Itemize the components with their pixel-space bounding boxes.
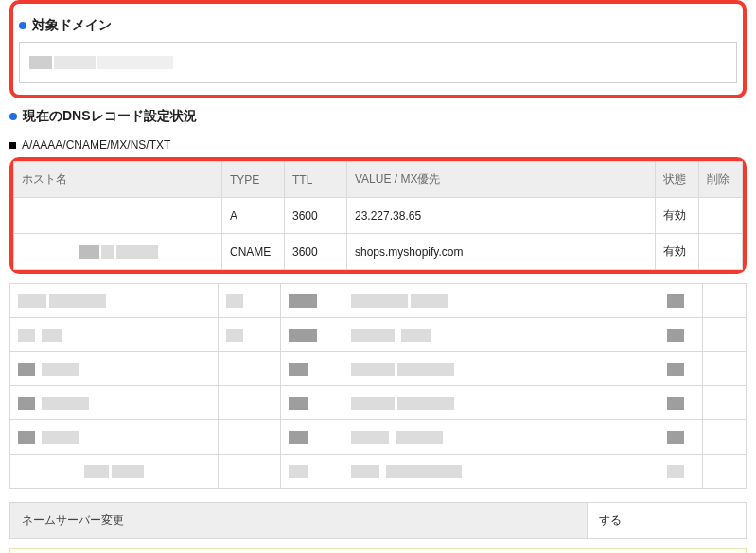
table-row: A 3600 23.227.38.65 有効 xyxy=(14,198,743,234)
bullet-icon xyxy=(19,22,26,29)
records-subhead: A/AAAA/CNAME/MX/NS/TXT xyxy=(9,138,747,152)
cell-delete[interactable] xyxy=(699,234,743,270)
table-row xyxy=(10,386,747,420)
col-delete: 削除 xyxy=(699,162,743,198)
dns-table-highlight: ホスト名 TYPE TTL VALUE / MX優先 状態 削除 A 3600 … xyxy=(9,157,747,274)
bullet-icon xyxy=(9,113,17,120)
col-type: TYPE xyxy=(222,162,285,198)
cell-ttl: 3600 xyxy=(285,234,347,270)
table-row xyxy=(10,284,747,318)
table-row: CNAME 3600 shops.myshopify.com 有効 xyxy=(14,234,743,270)
section-title: 現在のDNSレコード設定状況 xyxy=(23,108,197,125)
section-title: 対象ドメイン xyxy=(32,17,112,34)
dns-records-table: ホスト名 TYPE TTL VALUE / MX優先 状態 削除 A 3600 … xyxy=(13,161,743,270)
nameserver-label: ネームサーバー変更 xyxy=(10,503,587,538)
domain-display xyxy=(19,42,737,83)
cell-value: 23.227.38.65 xyxy=(347,198,656,234)
nameserver-notice: ネームサーバー変更をしないを選択いただいた場合は、別途以下ネームサーバーを設定し… xyxy=(9,548,747,553)
cell-type: CNAME xyxy=(222,234,285,270)
col-host: ホスト名 xyxy=(14,162,222,198)
nameserver-change-row: ネームサーバー変更 する xyxy=(9,502,747,539)
table-row xyxy=(10,352,747,386)
square-icon xyxy=(9,142,16,149)
section-target-domain: 対象ドメイン xyxy=(19,17,737,34)
table-row xyxy=(10,420,747,455)
cell-value: shops.myshopify.com xyxy=(347,234,656,270)
dns-records-table-redacted xyxy=(9,283,747,489)
cell-delete[interactable] xyxy=(699,198,743,234)
section-current-dns: 現在のDNSレコード設定状況 xyxy=(9,108,747,125)
col-state: 状態 xyxy=(656,162,699,198)
nameserver-action[interactable]: する xyxy=(587,503,746,538)
cell-ttl: 3600 xyxy=(285,198,347,234)
table-header-row: ホスト名 TYPE TTL VALUE / MX優先 状態 削除 xyxy=(14,162,743,198)
cell-state: 有効 xyxy=(656,198,699,234)
cell-type: A xyxy=(222,198,285,234)
table-row xyxy=(10,455,747,489)
cell-host xyxy=(14,198,222,234)
records-subhead-text: A/AAAA/CNAME/MX/NS/TXT xyxy=(22,138,170,152)
target-domain-highlight: 対象ドメイン xyxy=(9,0,747,98)
col-value: VALUE / MX優先 xyxy=(347,162,656,198)
table-row xyxy=(10,318,747,352)
cell-host xyxy=(14,234,222,270)
domain-redacted xyxy=(29,56,727,69)
col-ttl: TTL xyxy=(285,162,347,198)
cell-state: 有効 xyxy=(656,234,699,270)
